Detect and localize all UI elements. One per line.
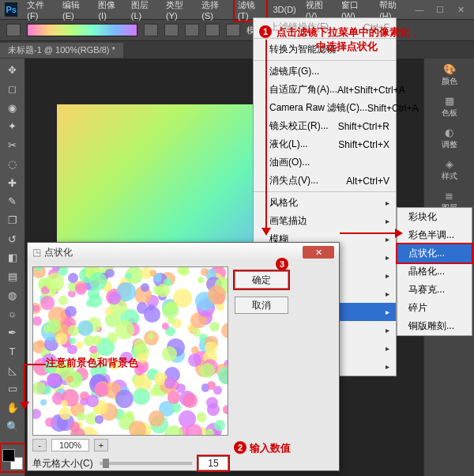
- annotation-text-2: 输入数值: [250, 441, 291, 455]
- adjust-icon: ◐: [442, 127, 457, 138]
- blur-tool-icon[interactable]: ◍: [4, 286, 21, 304]
- gradient-type-reflected[interactable]: [205, 24, 220, 36]
- marquee-tool-icon[interactable]: ◻: [4, 81, 21, 98]
- dialog-close-button[interactable]: ✕: [303, 246, 334, 259]
- wand-tool-icon[interactable]: ✦: [4, 118, 21, 135]
- type-tool-icon[interactable]: T: [4, 343, 21, 361]
- dialog-icon: ◳: [32, 247, 41, 258]
- gradient-swatch[interactable]: [27, 24, 137, 36]
- menu-type[interactable]: 类型(Y): [161, 0, 197, 22]
- cell-size-input[interactable]: 15: [198, 456, 228, 470]
- window-controls: — ☐ ✕: [411, 3, 469, 16]
- crop-tool-icon[interactable]: ✂: [4, 137, 21, 154]
- pixelate-mezzotint[interactable]: 铜版雕刻...: [397, 317, 472, 335]
- annotation-text-3: 注意前景色和背景色: [46, 356, 138, 370]
- styles-icon: ◈: [442, 158, 457, 169]
- tool-preset-icon[interactable]: [6, 24, 21, 36]
- pixelate-crystallize[interactable]: 彩块化: [397, 208, 472, 226]
- history-brush-icon[interactable]: ↺: [4, 230, 21, 247]
- filter-vanish[interactable]: 消失点(V)...Alt+Ctrl+V: [254, 172, 396, 190]
- move-tool-icon[interactable]: ✥: [4, 62, 21, 79]
- pixelate-pointillize[interactable]: 点状化...: [397, 244, 472, 263]
- fg-bg-color-highlight: [0, 443, 26, 473]
- menu-3d[interactable]: 3D(D): [268, 3, 300, 16]
- hand-tool-icon[interactable]: ✋: [4, 399, 21, 417]
- filter-lens[interactable]: 镜头校正(R)...Shift+Ctrl+R: [254, 117, 396, 135]
- minimize-icon[interactable]: —: [411, 3, 428, 16]
- menu-image[interactable]: 图像(I): [93, 0, 126, 22]
- zoom-value[interactable]: 100%: [51, 439, 89, 451]
- arrow-head-1: [261, 228, 271, 236]
- dialog-titlebar[interactable]: ◳ 点状化 ✕: [28, 243, 339, 262]
- menu-edit[interactable]: 编辑(E): [58, 0, 93, 22]
- menu-bar: Ps 文件(F) 编辑(E) 图像(I) 图层(L) 类型(Y) 选择(S) 滤…: [0, 0, 474, 19]
- annotation-arrow-3: [24, 364, 46, 365]
- document-tab[interactable]: 未标题-1 @ 100%(RGB/8) *: [0, 43, 123, 58]
- pixelate-submenu: 彩块化 彩色半调... 点状化... 晶格化... 马赛克... 碎片 铜版雕刻…: [397, 207, 472, 336]
- panel-adjustments[interactable]: ◐调整: [442, 127, 457, 150]
- dialog-title: 点状化: [44, 246, 73, 259]
- filter-adaptive[interactable]: 自适应广角(A)...Alt+Shift+Ctrl+A: [254, 81, 396, 99]
- filter-cameraraw[interactable]: Camera Raw 滤镜(C)...Shift+Ctrl+A: [254, 99, 396, 117]
- gradient-type-diamond[interactable]: [226, 24, 240, 36]
- filter-gallery[interactable]: 滤镜库(G)...: [254, 62, 396, 81]
- menu-file[interactable]: 文件(F): [22, 0, 58, 22]
- document-tab-bar: 未标题-1 @ 100%(RGB/8) *: [0, 41, 474, 59]
- foreground-color-swatch[interactable]: [2, 449, 15, 462]
- zoom-in-button[interactable]: +: [94, 439, 108, 451]
- path-tool-icon[interactable]: ◺: [4, 361, 21, 379]
- healing-tool-icon[interactable]: ✚: [4, 174, 21, 191]
- app-icon: Ps: [5, 2, 17, 17]
- filter-group-stylize[interactable]: 风格化: [254, 194, 396, 212]
- maximize-icon[interactable]: ☐: [431, 3, 449, 16]
- gradient-type-linear[interactable]: [144, 24, 158, 36]
- pixelate-fragment[interactable]: 碎片: [397, 299, 472, 317]
- gradient-type-radial[interactable]: [164, 24, 179, 36]
- zoom-tool-icon[interactable]: 🔍: [4, 417, 21, 435]
- brush-tool-icon[interactable]: ✎: [4, 193, 21, 210]
- lasso-tool-icon[interactable]: ◉: [4, 99, 21, 116]
- cell-size-slider[interactable]: [100, 462, 192, 465]
- panel-swatches[interactable]: ▦色板: [442, 95, 457, 119]
- panel-styles[interactable]: ◈样式: [442, 158, 457, 182]
- filter-oil[interactable]: 油画(O)...: [254, 153, 396, 172]
- menu-layer[interactable]: 图层(L): [126, 0, 161, 22]
- filter-group-brush[interactable]: 画笔描边: [254, 212, 396, 230]
- eraser-tool-icon[interactable]: ◧: [4, 249, 21, 266]
- pen-tool-icon[interactable]: ✒: [4, 324, 21, 342]
- pixelate-halftone[interactable]: 彩色半调...: [397, 226, 472, 244]
- annotation-badge-3: 3: [276, 258, 288, 270]
- annotation-text-1b: 中选择点状化: [316, 40, 378, 54]
- arrow-head-3: [20, 402, 29, 410]
- annotation-badge-2: 2: [234, 441, 246, 454]
- cancel-button[interactable]: 取消: [235, 297, 288, 314]
- ok-button[interactable]: 确定: [235, 271, 288, 289]
- arrow-head-1b: [395, 229, 403, 238]
- palette-icon: 🎨: [442, 63, 457, 74]
- filter-liquify[interactable]: 液化(L)...Shift+Ctrl+X: [254, 135, 396, 153]
- pixelate-mosaic[interactable]: 马赛克...: [397, 281, 472, 299]
- gradient-tool-icon[interactable]: ▤: [4, 268, 21, 285]
- tools-panel: ✥ ◻ ◉ ✦ ✂ ◌ ✚ ✎ ❐ ↺ ◧ ▤ ◍ ☼ ✒ T ◺ ▭ ✋ 🔍: [0, 59, 25, 476]
- slider-thumb[interactable]: [103, 459, 109, 468]
- eyedropper-tool-icon[interactable]: ◌: [4, 156, 21, 173]
- shape-tool-icon[interactable]: ▭: [4, 380, 21, 398]
- dialog-preview[interactable]: [32, 266, 228, 436]
- annotation-arrow-1b: [340, 232, 397, 234]
- gradient-type-angle[interactable]: [185, 24, 199, 36]
- layers-icon: ≣: [442, 190, 457, 201]
- dodge-tool-icon[interactable]: ☼: [4, 305, 21, 323]
- swatch-icon: ▦: [442, 95, 457, 106]
- pixelate-facet[interactable]: 晶格化...: [397, 263, 472, 281]
- close-icon[interactable]: ✕: [452, 3, 469, 16]
- annotation-badge-1: 1: [259, 25, 272, 38]
- fg-bg-color[interactable]: [2, 449, 23, 470]
- menu-select[interactable]: 选择(S): [197, 0, 232, 22]
- stamp-tool-icon[interactable]: ❐: [4, 212, 21, 229]
- annotation-text-1a: 点击滤镜下拉菜单中的像素化，: [276, 25, 420, 40]
- zoom-out-button[interactable]: -: [32, 439, 47, 451]
- panel-color[interactable]: 🎨颜色: [442, 63, 457, 87]
- annotation-arrow-3b: [24, 364, 25, 403]
- annotation-arrow-1: [265, 40, 267, 229]
- cell-size-label: 单元格大小(C): [32, 457, 93, 470]
